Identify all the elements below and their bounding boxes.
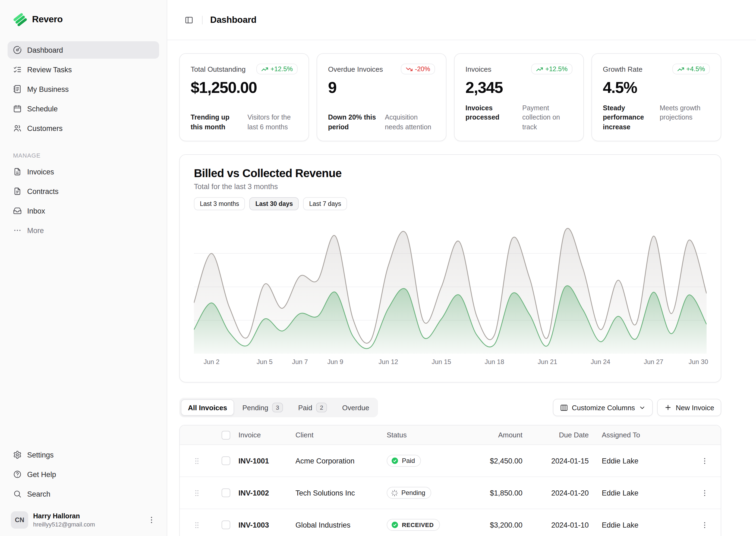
stat-card-invoices: Invoices +12.5% 2,345 Invoices processed… — [454, 53, 584, 141]
columns-icon — [560, 403, 568, 412]
invoices-icon — [13, 167, 22, 176]
client-name: Acme Corporation — [296, 457, 387, 465]
range-last-7-days[interactable]: Last 7 days — [303, 197, 347, 210]
sidebar-item-more[interactable]: More — [8, 222, 159, 239]
stat-footer-primary: Down 20% this period — [328, 113, 377, 132]
column-header-client[interactable]: Client — [296, 431, 387, 439]
sidebar-item-review-tasks[interactable]: Review Tasks — [8, 61, 159, 78]
stat-value: 9 — [328, 79, 435, 97]
drag-handle-icon[interactable] — [193, 489, 201, 497]
due-date: 2024-01-10 — [522, 521, 589, 529]
column-header-assigned-to[interactable]: Assigned To — [589, 431, 688, 439]
my-business-icon — [13, 85, 22, 93]
sidebar-item-label: My Business — [27, 85, 69, 93]
stat-cards: Total Outstanding +12.5% $1,250.00 Trend… — [179, 53, 721, 141]
invoice-amount: $1,850.00 — [457, 489, 522, 497]
row-actions-button[interactable] — [700, 489, 709, 497]
row-checkbox[interactable] — [222, 520, 230, 529]
assigned-to: Eddie Lake — [589, 521, 688, 529]
row-actions-button[interactable] — [700, 521, 709, 529]
x-tick: Jun 18 — [485, 358, 504, 366]
trend-badge: +4.5% — [672, 64, 710, 75]
tab-overdue[interactable]: Overdue — [335, 399, 376, 416]
column-header-invoice[interactable]: Invoice — [238, 431, 296, 439]
sidebar-item-inbox[interactable]: Inbox — [8, 202, 159, 219]
due-date: 2024-01-15 — [522, 457, 589, 465]
sidebar-item-search[interactable]: Search — [8, 485, 159, 503]
stat-card-growth-rate: Growth Rate +4.5% 4.5% Steady performanc… — [591, 53, 721, 141]
customize-columns-button[interactable]: Customize Columns — [553, 399, 653, 416]
sidebar-section-manage: MANAGE — [13, 152, 159, 159]
stat-title: Overdue Invoices — [328, 64, 383, 73]
sidebar-item-get-help[interactable]: Get Help — [8, 466, 159, 483]
sidebar-item-dashboard[interactable]: Dashboard — [8, 41, 159, 59]
sidebar-item-customers[interactable]: Customers — [8, 119, 159, 137]
invoice-tabs: All Invoices Pending 3 Paid 2 Overdue — [179, 398, 378, 417]
row-checkbox[interactable] — [222, 456, 230, 465]
search-icon — [13, 489, 22, 498]
avatar: CN — [11, 511, 28, 529]
sidebar: Revero Dashboard Review Tasks My Busines… — [0, 0, 167, 536]
sidebar-item-label: Dashboard — [27, 46, 63, 54]
sidebar-item-my-business[interactable]: My Business — [8, 81, 159, 98]
range-last-3-months[interactable]: Last 3 months — [194, 197, 245, 210]
tab-pending[interactable]: Pending 3 — [236, 399, 290, 416]
column-header-amount[interactable]: Amount — [457, 431, 522, 439]
x-axis: Jun 2Jun 5Jun 7Jun 9Jun 12Jun 15Jun 18Ju… — [194, 358, 707, 367]
row-actions-button[interactable] — [700, 457, 709, 465]
range-last-30-days[interactable]: Last 30 days — [249, 197, 299, 210]
status-badge: RECEIVED — [387, 519, 440, 531]
sidebar-item-settings[interactable]: Settings — [8, 446, 159, 463]
sidebar-toggle-button[interactable] — [181, 12, 197, 27]
stat-value: 2,345 — [465, 79, 572, 97]
x-tick: Jun 2 — [204, 358, 220, 366]
header-divider — [202, 16, 203, 24]
stat-footer-secondary: Visitors for the last 6 months — [247, 113, 298, 132]
stat-footer-secondary: Payment collection on track — [522, 104, 572, 132]
tab-all-invoices[interactable]: All Invoices — [181, 399, 234, 416]
inbox-icon — [13, 207, 22, 215]
row-checkbox[interactable] — [222, 488, 230, 497]
select-all-checkbox[interactable] — [222, 431, 230, 439]
stage: Revero Dashboard Review Tasks My Busines… — [0, 0, 756, 536]
x-tick: Jun 12 — [379, 358, 398, 366]
stat-value: $1,250.00 — [191, 79, 298, 97]
client-name: Tech Solutions Inc — [296, 489, 387, 497]
sidebar-nav-footer: Settings Get Help Search — [8, 446, 159, 503]
assigned-to: Eddie Lake — [589, 489, 688, 497]
help-icon — [13, 470, 22, 479]
chart-range-toggle: Last 3 months Last 30 days Last 7 days — [194, 197, 707, 210]
stat-footer-primary: Invoices processed — [465, 104, 515, 132]
sidebar-item-contracts[interactable]: Contracts — [8, 183, 159, 200]
new-invoice-button[interactable]: New Invoice — [657, 399, 721, 416]
sidebar-nav-main: Dashboard Review Tasks My Business Sched… — [8, 41, 159, 137]
stat-card-overdue-invoices: Overdue Invoices -20% 9 Down 20% this pe… — [317, 53, 446, 141]
x-tick: Jun 27 — [644, 358, 663, 366]
column-header-due-date[interactable]: Due Date — [522, 431, 589, 439]
sidebar-item-schedule[interactable]: Schedule — [8, 100, 159, 117]
app-root: Revero Dashboard Review Tasks My Busines… — [0, 0, 756, 536]
user-menu-button[interactable] — [147, 516, 156, 524]
trending-down-icon — [406, 65, 413, 73]
sidebar-item-invoices[interactable]: Invoices — [8, 163, 159, 181]
brand-logo-icon — [13, 13, 27, 27]
table-header-row: Invoice Client Status Amount Due Date As… — [180, 425, 721, 445]
chart-subtitle: Total for the last 3 months — [194, 183, 707, 191]
drag-handle-icon[interactable] — [193, 521, 201, 529]
tab-paid[interactable]: Paid 2 — [291, 399, 334, 416]
invoice-id: INV-1003 — [238, 521, 296, 529]
invoices-toolbar: All Invoices Pending 3 Paid 2 Overdue — [179, 398, 721, 417]
x-tick: Jun 21 — [538, 358, 557, 366]
column-header-status[interactable]: Status — [387, 431, 457, 439]
stat-title: Invoices — [465, 64, 491, 73]
user-profile[interactable]: CN Harry Halloran hreillyy512@gmail.com — [8, 507, 159, 530]
sidebar-item-label: Search — [27, 490, 50, 498]
sidebar-item-label: Invoices — [27, 168, 54, 176]
trending-up-icon — [536, 65, 543, 73]
client-name: Global Industries — [296, 521, 387, 529]
user-name: Harry Halloran — [33, 512, 95, 520]
paid-count-badge: 2 — [316, 403, 327, 412]
top-bar: Dashboard — [167, 0, 756, 40]
drag-handle-icon[interactable] — [193, 457, 201, 465]
user-email: hreillyy512@gmail.com — [33, 520, 95, 528]
